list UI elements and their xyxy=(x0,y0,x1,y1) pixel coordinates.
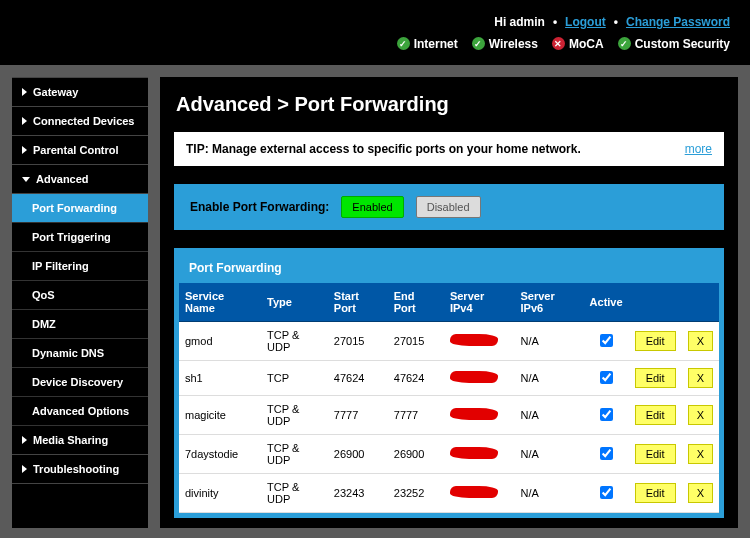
delete-button[interactable]: X xyxy=(688,331,713,351)
disabled-button[interactable]: Disabled xyxy=(416,196,481,218)
delete-button[interactable]: X xyxy=(688,368,713,388)
redacted-ipv4 xyxy=(450,334,498,346)
col-actions xyxy=(629,283,682,322)
cell-server-ipv6: N/A xyxy=(515,435,584,474)
cell-type: TCP xyxy=(261,361,328,396)
cell-end-port: 23252 xyxy=(388,474,444,513)
cell-server-ipv4 xyxy=(444,435,515,474)
cell-service-name: gmod xyxy=(179,322,261,361)
active-checkbox[interactable] xyxy=(600,334,613,347)
sidebar-sub-dmz[interactable]: DMZ xyxy=(12,310,148,339)
sidebar-item-connected-devices[interactable]: Connected Devices xyxy=(12,107,148,136)
sidebar-item-media-sharing[interactable]: Media Sharing xyxy=(12,426,148,455)
cell-edit: Edit xyxy=(629,322,682,361)
logout-link[interactable]: Logout xyxy=(565,15,606,29)
cell-start-port: 47624 xyxy=(328,361,388,396)
sidebar-item-label: Media Sharing xyxy=(33,434,108,446)
sidebar-item-label: Troubleshooting xyxy=(33,463,119,475)
port-forwarding-table: Service NameTypeStart PortEnd PortServer… xyxy=(179,283,719,513)
col-server-ipv6: Server IPv6 xyxy=(515,283,584,322)
cell-start-port: 7777 xyxy=(328,396,388,435)
status-label: MoCA xyxy=(569,37,604,51)
redacted-ipv4 xyxy=(450,447,498,459)
enabled-button[interactable]: Enabled xyxy=(341,196,403,218)
check-icon: ✓ xyxy=(618,37,631,50)
cell-type: TCP & UDP xyxy=(261,435,328,474)
change-password-link[interactable]: Change Password xyxy=(626,15,730,29)
topbar-status-row: ✓Internet✓Wireless✕MoCA✓Custom Security xyxy=(397,37,730,51)
delete-button[interactable]: X xyxy=(688,405,713,425)
table-header-row: Service NameTypeStart PortEnd PortServer… xyxy=(179,283,719,322)
status-label: Wireless xyxy=(489,37,538,51)
more-link[interactable]: more xyxy=(685,142,712,156)
cell-service-name: divinity xyxy=(179,474,261,513)
cell-active xyxy=(584,322,629,361)
sidebar-item-gateway[interactable]: Gateway xyxy=(12,78,148,107)
edit-button[interactable]: Edit xyxy=(635,483,676,503)
table-body: gmodTCP & UDP2701527015N/AEditXsh1TCP476… xyxy=(179,322,719,513)
col-server-ipv4: Server IPv4 xyxy=(444,283,515,322)
table-row: divinityTCP & UDP2324323252N/AEditX xyxy=(179,474,719,513)
cell-end-port: 47624 xyxy=(388,361,444,396)
enable-label: Enable Port Forwarding: xyxy=(190,200,329,214)
edit-button[interactable]: Edit xyxy=(635,405,676,425)
cell-delete: X xyxy=(682,474,719,513)
sidebar-sub-ip-filtering[interactable]: IP Filtering xyxy=(12,252,148,281)
cell-active xyxy=(584,474,629,513)
caret-down-icon xyxy=(22,177,30,182)
sidebar-item-label: Gateway xyxy=(33,86,78,98)
status-label: Custom Security xyxy=(635,37,730,51)
sidebar-item-troubleshooting[interactable]: Troubleshooting xyxy=(12,455,148,484)
table-row: 7daystodieTCP & UDP2690026900N/AEditX xyxy=(179,435,719,474)
table-caption: Port Forwarding xyxy=(179,253,719,283)
active-checkbox[interactable] xyxy=(600,371,613,384)
sidebar-sub-dynamic-dns[interactable]: Dynamic DNS xyxy=(12,339,148,368)
edit-button[interactable]: Edit xyxy=(635,368,676,388)
cell-server-ipv4 xyxy=(444,396,515,435)
table-row: gmodTCP & UDP2701527015N/AEditX xyxy=(179,322,719,361)
cell-start-port: 27015 xyxy=(328,322,388,361)
delete-button[interactable]: X xyxy=(688,444,713,464)
enable-forwarding-box: Enable Port Forwarding: Enabled Disabled xyxy=(174,184,724,230)
cell-delete: X xyxy=(682,322,719,361)
check-icon: ✓ xyxy=(472,37,485,50)
status-custom-security: ✓Custom Security xyxy=(618,37,730,51)
sidebar-item-label: Advanced xyxy=(36,173,89,185)
separator: • xyxy=(553,15,557,29)
sidebar-sub-advanced-options[interactable]: Advanced Options xyxy=(12,397,148,426)
delete-button[interactable]: X xyxy=(688,483,713,503)
cell-delete: X xyxy=(682,435,719,474)
sidebar-item-label: Parental Control xyxy=(33,144,119,156)
caret-right-icon xyxy=(22,465,27,473)
cell-active xyxy=(584,361,629,396)
active-checkbox[interactable] xyxy=(600,486,613,499)
sidebar-sub-qos[interactable]: QoS xyxy=(12,281,148,310)
cell-active xyxy=(584,435,629,474)
sidebar-item-parental-control[interactable]: Parental Control xyxy=(12,136,148,165)
cell-end-port: 7777 xyxy=(388,396,444,435)
topbar: Hi admin • Logout • Change Password ✓Int… xyxy=(0,0,750,65)
cell-type: TCP & UDP xyxy=(261,396,328,435)
cell-service-name: sh1 xyxy=(179,361,261,396)
cell-server-ipv4 xyxy=(444,361,515,396)
x-icon: ✕ xyxy=(552,37,565,50)
col-start-port: Start Port xyxy=(328,283,388,322)
cell-end-port: 27015 xyxy=(388,322,444,361)
caret-right-icon xyxy=(22,146,27,154)
sidebar-sub-device-discovery[interactable]: Device Discovery xyxy=(12,368,148,397)
status-wireless: ✓Wireless xyxy=(472,37,538,51)
col-active: Active xyxy=(584,283,629,322)
cell-server-ipv4 xyxy=(444,474,515,513)
sidebar-sub-port-triggering[interactable]: Port Triggering xyxy=(12,223,148,252)
cell-service-name: magicite xyxy=(179,396,261,435)
col-end-port: End Port xyxy=(388,283,444,322)
sidebar-item-advanced[interactable]: Advanced xyxy=(12,165,148,194)
cell-service-name: 7daystodie xyxy=(179,435,261,474)
edit-button[interactable]: Edit xyxy=(635,444,676,464)
sidebar-sub-port-forwarding[interactable]: Port Forwarding xyxy=(12,194,148,223)
greeting-text: Hi admin xyxy=(494,15,545,29)
active-checkbox[interactable] xyxy=(600,408,613,421)
edit-button[interactable]: Edit xyxy=(635,331,676,351)
active-checkbox[interactable] xyxy=(600,447,613,460)
page-title: Advanced > Port Forwarding xyxy=(176,93,722,116)
